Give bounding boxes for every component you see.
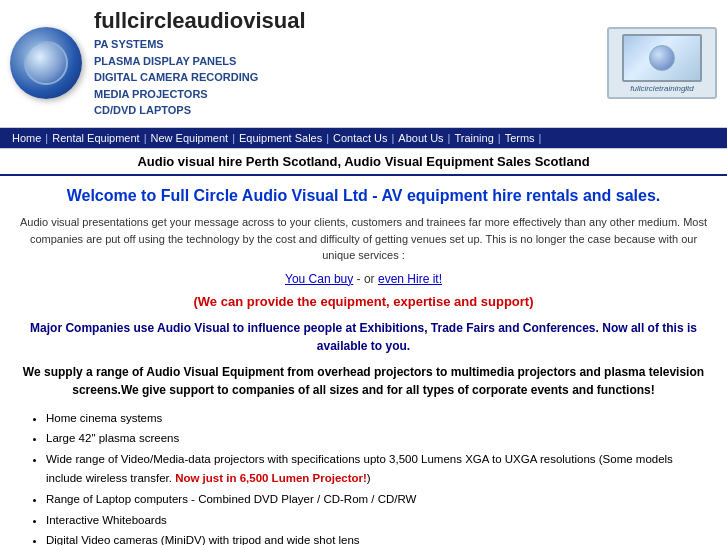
list-item: Home cinema systems bbox=[46, 409, 711, 429]
monitor-logo bbox=[649, 45, 675, 71]
page-title-bar: Audio visual hire Perth Scotland, Audio … bbox=[0, 148, 727, 176]
highlight-projector: Now just in 6,500 Lumen Projector! bbox=[175, 472, 367, 484]
list-item: Large 42" plasma screens bbox=[46, 429, 711, 449]
cta-hire-link[interactable]: even Hire it! bbox=[378, 272, 442, 286]
nav-sep-8: | bbox=[539, 132, 542, 144]
brand-name: fullcircleaudiovisual bbox=[94, 8, 607, 34]
cta-buy-link[interactable]: You Can buy bbox=[285, 272, 353, 286]
monitor-screen bbox=[622, 34, 702, 82]
tagline-1: PA SYSTEMS bbox=[94, 36, 607, 53]
main-content: Welcome to Full Circle Audio Visual Ltd … bbox=[0, 176, 727, 546]
nav-training[interactable]: Training bbox=[450, 131, 497, 145]
brand-rest: audiovisual bbox=[185, 8, 306, 33]
cta-separator: - or bbox=[353, 272, 378, 286]
logo-circle bbox=[10, 27, 82, 99]
list-item: Interactive Whiteboards bbox=[46, 511, 711, 531]
list-item: Digital Video cameras (MiniDV) with trip… bbox=[46, 531, 711, 545]
nav-new-equipment[interactable]: New Equipment bbox=[147, 131, 233, 145]
navigation-bar: Home | Rental Equipment | New Equipment … bbox=[0, 128, 727, 148]
brand-bold: circle bbox=[127, 8, 185, 33]
tagline-2: PLASMA DISPLAY PANELS bbox=[94, 53, 607, 70]
brand-plain: full bbox=[94, 8, 127, 33]
major-companies-text: Major Companies use Audio Visual to infl… bbox=[16, 319, 711, 355]
intro-text: Audio visual presentations get your mess… bbox=[16, 214, 711, 264]
page-title: Audio visual hire Perth Scotland, Audio … bbox=[137, 154, 589, 169]
nav-about[interactable]: About Us bbox=[394, 131, 447, 145]
nav-rental[interactable]: Rental Equipment bbox=[48, 131, 143, 145]
features-list: Home cinema systems Large 42" plasma scr… bbox=[16, 409, 711, 545]
supply-text: We supply a range of Audio Visual Equipm… bbox=[16, 363, 711, 399]
welcome-heading: Welcome to Full Circle Audio Visual Ltd … bbox=[16, 186, 711, 207]
monitor-label: fullcircletrainingltd bbox=[630, 84, 694, 93]
brand-taglines: PA SYSTEMS PLASMA DISPLAY PANELS DIGITAL… bbox=[94, 36, 607, 119]
brand-text: fullcircleaudiovisual PA SYSTEMS PLASMA … bbox=[94, 8, 607, 119]
tagline-5: CD/DVD LAPTOPS bbox=[94, 102, 607, 119]
nav-terms[interactable]: Terms bbox=[501, 131, 539, 145]
nav-home[interactable]: Home bbox=[8, 131, 45, 145]
list-item: Range of Laptop computers - Combined DVD… bbox=[46, 490, 711, 510]
logo-inner bbox=[24, 41, 68, 85]
can-provide-text: (We can provide the equipment, expertise… bbox=[16, 294, 711, 309]
tagline-3: DIGITAL CAMERA RECORDING bbox=[94, 69, 607, 86]
monitor-graphic: fullcircletrainingltd bbox=[607, 27, 717, 99]
nav-contact[interactable]: Contact Us bbox=[329, 131, 391, 145]
nav-equipment-sales[interactable]: Equipment Sales bbox=[235, 131, 326, 145]
cta-line: You Can buy - or even Hire it! bbox=[16, 272, 711, 286]
site-header: fullcircleaudiovisual PA SYSTEMS PLASMA … bbox=[0, 0, 727, 128]
list-item: Wide range of Video/Media-data projector… bbox=[46, 450, 711, 489]
tagline-4: MEDIA PROJECTORS bbox=[94, 86, 607, 103]
